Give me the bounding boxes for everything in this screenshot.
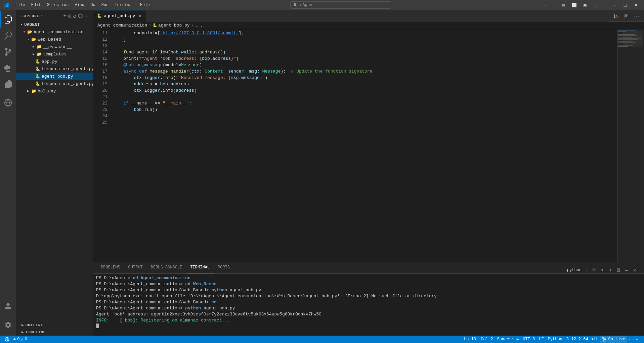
activity-item-extensions[interactable] [0,76,16,92]
tree-item-temp-agent2[interactable]: 🐍 temperature_agent.py [16,80,93,87]
tab-close-button[interactable]: ✕ [137,13,143,19]
tab-agent-bob[interactable]: 🐍 agent_bob.py ✕ [93,10,146,22]
activity-item-run-debug[interactable] [0,60,16,76]
kill-terminal-button[interactable]: 🗑 [615,267,622,273]
new-folder-icon[interactable]: ⊕ [68,13,72,19]
warning-icon: △ [21,337,23,342]
menu-view[interactable]: View [72,2,87,8]
new-terminal-button[interactable]: + [583,267,590,273]
status-python-version[interactable]: 3.12.2 64-bit [564,336,600,343]
new-file-icon[interactable]: + [63,13,67,19]
status-golive[interactable]: 📡 Go Live [600,336,627,343]
status-errors[interactable]: ⊗ 0 △ 0 [11,336,29,343]
status-language[interactable]: Python [546,336,564,343]
status-remote[interactable] [3,336,11,343]
minimize-button[interactable]: ─ [610,1,619,9]
maximize-button[interactable]: □ [620,1,630,9]
tree-item-web-based[interactable]: ▾ 📂 Web_Based [16,36,93,43]
breadcrumb-agent-comm[interactable]: Agent_communication [97,23,147,28]
panel-tab-debug[interactable]: DEBUG CONSOLE [147,262,186,273]
maximize-panel-button[interactable]: ⬆ [607,267,614,273]
tree-item-agent-bob[interactable]: 🐍 agent_bob.py [16,73,93,80]
layout-editor-button[interactable]: ⬜ [569,1,579,9]
terminal-content[interactable]: PS D:\uAgent> cd Agent_communication PS … [93,274,644,336]
code-line-24 [113,113,617,119]
tree-item-templates[interactable]: ▶ 📁 templates [16,50,93,58]
activity-item-remote[interactable] [0,95,16,111]
code-line-13 [113,43,617,49]
menu-help[interactable]: Help [137,2,153,8]
menu-go[interactable]: Go [88,2,98,8]
split-terminal-button[interactable]: ⫸ [591,267,598,273]
tree-item-app-py[interactable]: 🐍 app.py [16,58,93,65]
tree-item-holiday[interactable]: ▶ 📁 holiday [16,87,93,95]
golive-icon: 📡 [602,337,607,342]
activity-item-search[interactable] [0,28,16,44]
refresh-icon[interactable]: ↺ [73,13,77,19]
panel-tab-problems[interactable]: PROBLEMS [97,262,124,273]
tab-bar: 🐍 agent_bob.py ✕ [93,10,609,22]
tree-item-agent-comm[interactable]: ▾ 📂 Agent_communication [16,28,93,36]
more-icon[interactable]: ⋯ [84,13,88,19]
panel-tab-output[interactable]: OUTPUT [124,262,147,273]
code-editor[interactable]: endpoint=[ http://127.0.0.1:8001/submit … [110,29,617,262]
status-position[interactable]: Ln 13, Col 2 [462,336,495,343]
breadcrumb-file[interactable]: 🐍 agent_bob.py [153,23,190,28]
terminal-line-4: D:\app\python.exe: can't open file 'D:\\… [96,293,641,299]
close-all-panels-button[interactable]: ✕ [631,267,638,273]
code-line-15: print(f"Agent 'bob' address: {bob.addres… [113,55,617,62]
tree-root-uagent[interactable]: ▾ UAGENT [16,21,93,28]
timeline-section[interactable]: ▶ TIMELINE [16,329,93,336]
breadcrumb-sep2: › [191,23,194,28]
titlebar-menu[interactable]: File Edit Selection View Go Run Terminal… [13,2,153,8]
menu-run[interactable]: Run [99,2,112,8]
activity-item-explorer[interactable] [0,11,16,28]
tree-label-holiday: holiday [38,89,56,94]
menu-file[interactable]: File [13,2,28,8]
status-spaces[interactable]: Spaces: 4 [495,336,521,343]
nav-forward-button[interactable]: → [540,1,549,9]
run-button[interactable]: ▷ [612,11,621,20]
error-count: 0 [17,337,19,342]
global-search-box[interactable]: 🔍 uAgent [290,1,391,9]
outline-section[interactable]: ▶ OUTLINE [16,321,93,329]
more-actions-button[interactable]: ⋯ [632,11,641,20]
layout-panel-button[interactable]: ▣ [580,1,590,9]
search-icon: 🔍 [293,3,298,7]
split-editor-button[interactable]: ⫸ [622,11,631,20]
terminal-cursor-line [96,324,641,328]
panel-tab-ports[interactable]: PORTS [214,262,234,273]
menu-selection[interactable]: Selection [44,2,72,8]
golive-label: Go Live [608,337,625,342]
tree-label-uagent: UAGENT [24,22,40,27]
activity-item-source-control[interactable] [0,44,16,60]
panel-tab-terminal[interactable]: TERMINAL [186,262,214,273]
close-panel-button[interactable]: ▼ [599,267,606,273]
layout-sidebar-button[interactable]: ▤ [559,1,568,9]
status-encoding[interactable]: UTF-8 [521,336,537,343]
status-eol[interactable]: LF [537,336,546,343]
position-label: Ln 13, Col 2 [464,337,493,342]
ports-tab-label: PORTS [218,265,230,270]
activity-item-accounts[interactable] [0,298,16,314]
terminal-line-5: PS D:\uAgent\Agent_communication\Web_Bas… [96,299,641,305]
nav-back-button[interactable]: ← [529,1,539,9]
tree-arrow-holiday: ▶ [26,88,31,94]
folder-icon-holiday: 📁 [31,88,36,94]
layout-activity-button[interactable]: ⚏ [591,1,600,9]
status-right-indicators: ▭ ▭ ▭ ▭ [627,336,641,343]
file-tree: ▾ UAGENT ▾ 📂 Agent_communication ▾ 📂 Web… [16,21,93,321]
collapse-icon[interactable]: ⬡ [78,13,83,19]
breadcrumb-dots[interactable]: ... [195,23,203,28]
more-panel-actions[interactable]: ⋯ [623,267,630,273]
close-button[interactable]: ✕ [631,1,641,9]
sidebar-header-actions[interactable]: + ⊕ ↺ ⬡ ⋯ [63,13,88,19]
terminal-name-label: python [567,268,582,272]
tree-label-agent-bob: agent_bob.py [42,74,73,79]
terminal-line-6: PS D:\uAgent\Agent_communication> python… [96,305,641,311]
activity-item-settings[interactable] [0,317,16,333]
tree-item-temp-agent[interactable]: 🐍 temperature_agent.py [16,65,93,73]
tree-item-pycache[interactable]: ▶ 📁 __pycache__ [16,43,93,50]
menu-terminal[interactable]: Terminal [112,2,137,8]
menu-edit[interactable]: Edit [29,2,44,8]
